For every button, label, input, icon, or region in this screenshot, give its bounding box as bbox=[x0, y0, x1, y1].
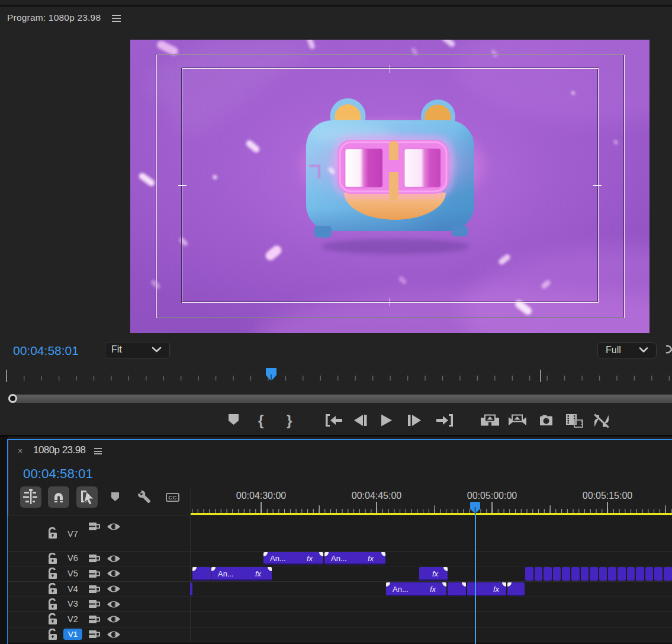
svg-text:{: { bbox=[258, 412, 263, 428]
svg-text:}: } bbox=[287, 412, 292, 428]
